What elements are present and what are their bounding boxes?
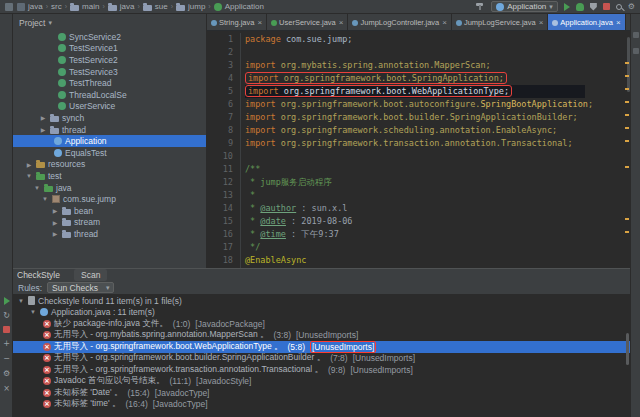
- tree-item-test[interactable]: ▼test: [13, 170, 206, 182]
- issue-row[interactable]: ×无用导入 - org.springframework.transaction.…: [13, 364, 630, 376]
- issue-row[interactable]: ×未知标签 'Date' 。(15:4)[JavadocType]: [13, 387, 630, 399]
- chevron-icon[interactable]: ▼: [29, 309, 37, 315]
- tree-item-com-sue-jump[interactable]: ▼com.sue.jump: [13, 193, 206, 205]
- breadcrumb-item-application[interactable]: Application: [225, 2, 264, 11]
- tree-item-userservice[interactable]: UserService: [13, 101, 206, 113]
- issue-message: 未知标签 'Date' 。: [54, 387, 122, 399]
- error-stripe-mark[interactable]: [625, 101, 629, 103]
- search-icon[interactable]: [616, 4, 622, 10]
- error-stripe-mark[interactable]: [625, 62, 629, 64]
- error-stripe-mark[interactable]: [625, 114, 629, 116]
- tree-item-thread[interactable]: ▶thread: [13, 228, 206, 240]
- error-stripe-mark[interactable]: [625, 88, 629, 90]
- settings-icon[interactable]: ⚙: [628, 2, 635, 11]
- error-icon: ×: [43, 366, 51, 374]
- breadcrumb-item-src[interactable]: src: [51, 2, 62, 11]
- settings-icon[interactable]: ⚙: [3, 369, 10, 378]
- play-icon[interactable]: [4, 297, 10, 305]
- issue-row[interactable]: ×无用导入 - org.springframework.boot.WebAppl…: [13, 341, 630, 353]
- issue-row[interactable]: ×Javadoc 首句应以句号结束。(11:1)[JavadocStyle]: [13, 376, 630, 388]
- class-icon: [214, 3, 222, 11]
- tree-item-testservice3[interactable]: TestService3: [13, 66, 206, 78]
- close-icon[interactable]: ×: [3, 384, 10, 393]
- breadcrumb-item-sue[interactable]: sue: [155, 2, 168, 11]
- code-token: org.mybatis.spring.annotation.MapperScan…: [281, 60, 491, 70]
- error-stripe-mark[interactable]: [625, 231, 629, 233]
- tree-item-threadlocalse[interactable]: ThreadLocalSe: [13, 89, 206, 101]
- tab-application-java[interactable]: Application.java×: [548, 14, 625, 31]
- folder-icon: [143, 5, 152, 11]
- collapse-icon[interactable]: −: [3, 354, 10, 363]
- tool-stripe-button[interactable]: [633, 48, 639, 54]
- chevron-icon[interactable]: ▼: [17, 298, 25, 304]
- tree-item-testservice2[interactable]: TestService2: [13, 54, 206, 66]
- tree-item-stream[interactable]: ▶stream: [13, 217, 206, 229]
- chevron-icon[interactable]: ▶: [51, 230, 59, 237]
- code-token: : sun.x.l: [296, 203, 347, 213]
- tree-item-synch[interactable]: ▶synch: [13, 112, 206, 124]
- checkstyle-file-row[interactable]: ▼Application.java : 11 item(s): [13, 307, 630, 319]
- tab-jumplogservice-java[interactable]: JumpLogService.java×: [452, 14, 548, 31]
- tab-jumplogcontroller-java[interactable]: JumpLogController.java×: [348, 14, 451, 31]
- rules-combobox[interactable]: Sun Checks ▾: [47, 282, 114, 293]
- tree-item-application[interactable]: Application: [13, 135, 206, 147]
- run-icon[interactable]: [564, 3, 570, 11]
- expand-icon[interactable]: +: [3, 339, 10, 348]
- tree-item-testthread[interactable]: TestThread: [13, 77, 206, 89]
- breadcrumb-item-java[interactable]: java: [28, 2, 43, 11]
- error-stripe-mark[interactable]: [625, 75, 629, 77]
- run-config-selector[interactable]: Application ▾: [491, 1, 558, 12]
- chevron-icon[interactable]: ▼: [25, 173, 33, 179]
- chevron-icon[interactable]: ▶: [51, 219, 59, 226]
- issue-row[interactable]: ×未知标签 'time' 。(16:4)[JavadocType]: [13, 399, 630, 411]
- line-number: 14: [207, 202, 240, 215]
- error-stripe-mark[interactable]: [625, 218, 629, 220]
- error-stripe-mark[interactable]: [625, 127, 629, 129]
- tree-item-syncservice2[interactable]: SyncService2: [13, 31, 206, 43]
- error-stripe-mark[interactable]: [625, 166, 629, 168]
- tree-item-resources[interactable]: ▶resources: [13, 159, 206, 171]
- chevron-icon[interactable]: ▶: [25, 161, 33, 168]
- build-hammer-icon[interactable]: [476, 2, 485, 11]
- tab-string-java[interactable]: String.java×: [207, 14, 267, 31]
- issue-row[interactable]: ×缺少 package-info.java 文件。(1:0)[JavadocPa…: [13, 318, 630, 330]
- tab-userservice-java[interactable]: UserService.java×: [267, 14, 348, 31]
- close-icon[interactable]: ×: [442, 18, 447, 27]
- close-icon[interactable]: ×: [257, 18, 262, 27]
- tree-item-testservice1[interactable]: TestService1: [13, 43, 206, 55]
- folder-icon: [36, 162, 45, 168]
- line-number: 16: [207, 228, 240, 241]
- issue-row[interactable]: ×无用导入 - org.springframework.boot.builder…: [13, 353, 630, 365]
- close-icon[interactable]: ×: [616, 18, 621, 27]
- close-icon[interactable]: ×: [339, 18, 344, 27]
- breadcrumb-item-java[interactable]: java: [120, 2, 135, 11]
- results-scrollbar-thumb[interactable]: [626, 333, 629, 365]
- code-editor[interactable]: 123456789101112131415161718 package com.…: [207, 31, 630, 268]
- chevron-icon[interactable]: ▼: [33, 185, 41, 191]
- close-icon[interactable]: ×: [539, 18, 544, 27]
- chevron-down-icon: ▾: [48, 19, 52, 27]
- issue-location: (16:4): [126, 399, 148, 409]
- coverage-icon[interactable]: [590, 3, 597, 11]
- breadcrumb-item-main[interactable]: main: [82, 2, 99, 11]
- tree-item-thread[interactable]: ▶thread: [13, 124, 206, 136]
- editor-code[interactable]: package com.sue.jump;import org.mybatis.…: [245, 33, 622, 267]
- project-panel-header[interactable]: Project ▾: [13, 14, 206, 31]
- tree-item-java[interactable]: ▼java: [13, 182, 206, 194]
- debug-icon[interactable]: [576, 3, 584, 11]
- issue-row[interactable]: ×无用导入 - org.mybatis.spring.annotation.Ma…: [13, 330, 630, 342]
- chevron-icon[interactable]: ▶: [39, 114, 47, 121]
- error-stripe-mark[interactable]: [625, 140, 629, 142]
- tree-item-bean[interactable]: ▶bean: [13, 205, 206, 217]
- tree-item-equalstest[interactable]: EqualsTest: [13, 147, 206, 159]
- breadcrumb-item-jump[interactable]: jump: [188, 2, 205, 11]
- chevron-icon[interactable]: ▼: [41, 196, 49, 202]
- chevron-icon[interactable]: ▶: [39, 126, 47, 133]
- stop-icon[interactable]: [3, 326, 10, 333]
- checkstyle-summary-row[interactable]: ▼Checkstyle found 11 item(s) in 1 file(s…: [13, 295, 630, 307]
- chevron-icon[interactable]: ▶: [51, 207, 59, 214]
- tab-scan[interactable]: Scan: [74, 269, 107, 281]
- rerun-icon[interactable]: ↻: [3, 311, 10, 320]
- tool-stripe-button[interactable]: [633, 32, 639, 38]
- stop-icon[interactable]: [603, 3, 610, 10]
